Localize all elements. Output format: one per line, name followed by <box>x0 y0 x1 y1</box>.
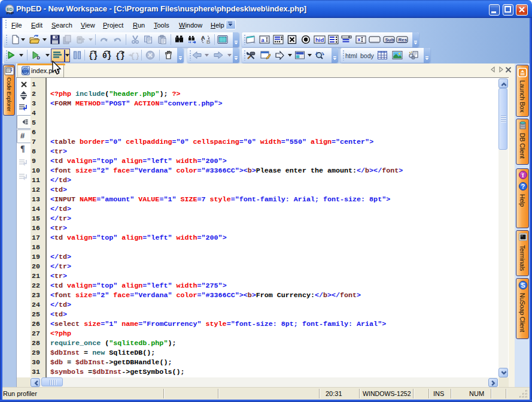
svg-text:hid: hid <box>315 37 324 43</box>
svg-text:S: S <box>521 282 525 289</box>
svg-text:Res: Res <box>399 37 408 43</box>
svg-text:Sub: Sub <box>385 37 394 43</box>
svg-text:?: ? <box>521 183 525 190</box>
svg-text:PHP: PHP <box>7 11 14 15</box>
svg-text:{}: {} <box>89 52 98 60</box>
svg-text:0}: 0} <box>102 52 112 60</box>
svg-text:D: D <box>37 55 41 61</box>
svg-text:x: x <box>358 37 361 43</box>
svg-text:B: B <box>206 39 211 44</box>
svg-text:ED: ED <box>7 7 13 11</box>
svg-text:{}: {} <box>130 52 139 60</box>
